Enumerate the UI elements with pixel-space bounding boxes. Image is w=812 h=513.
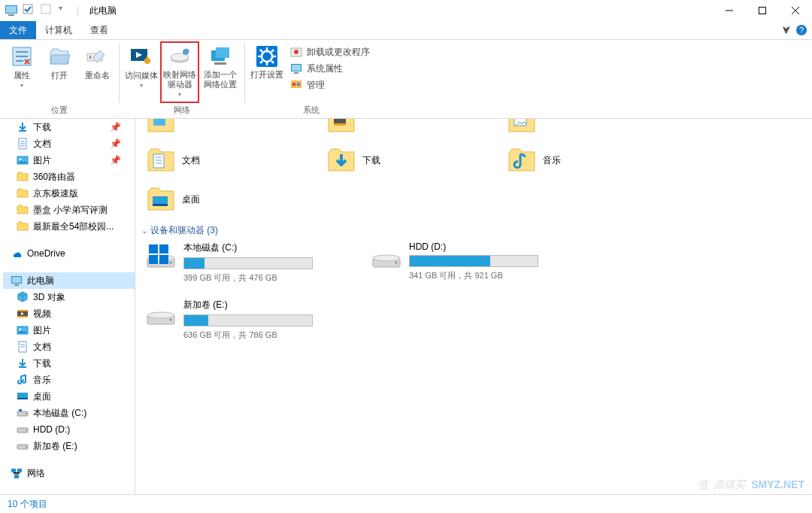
nav-desktop[interactable]: 桌面 [3, 388, 135, 405]
ribbon-tabs: 文件 计算机 查看 ⮟ ? [0, 21, 812, 40]
svg-rect-40 [297, 83, 300, 86]
nav-downloads[interactable]: 下载 [3, 355, 135, 372]
tab-file[interactable]: 文件 [0, 21, 36, 39]
expand-ribbon-icon[interactable]: ⮟ [782, 25, 791, 35]
svg-point-65 [26, 413, 27, 414]
drive-icon [146, 241, 176, 272]
chevron-down-icon: ⌄ [141, 226, 147, 235]
maximize-button[interactable] [746, 0, 779, 21]
nav-label: 360路由器 [33, 171, 75, 184]
drive-item[interactable]: HDD (D:)341 GB 可用，共 921 GB [371, 241, 582, 284]
help-icon[interactable]: ? [795, 24, 807, 36]
svg-rect-13 [89, 56, 91, 59]
folder-music[interactable]: 音乐 [507, 143, 672, 178]
nav-this-pc[interactable]: 此电脑 [3, 272, 135, 289]
minimize-button[interactable] [713, 0, 746, 21]
nav-music[interactable]: 音乐 [3, 372, 135, 388]
svg-rect-78 [153, 154, 164, 168]
drive-item[interactable]: 新加卷 (E:)636 GB 可用，共 786 GB [146, 299, 356, 341]
nav-hdd-d[interactable]: HDD (D:) [3, 421, 135, 438]
down-arrow-icon [17, 121, 29, 133]
nav-360router[interactable]: 360路由器 [3, 168, 135, 185]
open-button[interactable]: 打开 [41, 41, 78, 83]
svg-rect-39 [292, 83, 295, 86]
drive-item[interactable]: 本地磁盘 (C:)399 GB 可用，共 476 GB [146, 241, 356, 284]
nav-label: 文档 [33, 341, 51, 354]
svg-rect-62 [17, 398, 28, 399]
open-icon [47, 44, 71, 68]
system-properties-button[interactable]: 系统属性 [290, 61, 370, 76]
qat-checkbox-icon[interactable] [23, 4, 36, 17]
nav-label: 下载 [33, 121, 51, 134]
access-media-button[interactable]: 访问媒体 ▾ [123, 41, 160, 94]
downloads-folder-icon [326, 145, 356, 175]
navigation-pane[interactable]: 下载 📌 文档 📌 图片 📌 360路由器 京东极速版 [0, 119, 135, 494]
objects3d-icon [17, 291, 29, 303]
qat-blank-icon[interactable] [41, 4, 54, 17]
open-label: 打开 [51, 70, 68, 80]
add-network-location-label: 添加一个网络位置 [201, 70, 240, 90]
folder-downloads[interactable]: 下载 [326, 143, 492, 178]
svg-point-92 [373, 255, 400, 261]
settings-icon [255, 44, 279, 68]
nav-videos[interactable]: 视频 [3, 305, 135, 322]
svg-rect-90 [159, 255, 168, 264]
desktop-icon [17, 390, 29, 402]
nav-label: 图片 [33, 154, 51, 167]
map-network-drive-button[interactable]: 映射网络驱动器 ▾ [160, 41, 199, 103]
nav-new-e[interactable]: 新加卷 (E:) [3, 438, 135, 454]
folder-tile-cut-3[interactable] [507, 119, 672, 138]
nav-onedrive[interactable]: OneDrive [3, 245, 135, 262]
manage-button[interactable]: 管理 [290, 77, 370, 93]
svg-rect-52 [17, 310, 28, 311]
qat-dropdown-icon[interactable]: ▾ [59, 4, 72, 17]
nav-label: 此电脑 [27, 275, 54, 287]
nav-label: 音乐 [33, 374, 51, 387]
rename-button[interactable]: 重命名 [78, 41, 116, 83]
nav-mohe[interactable]: 墨盒 小学弟写评测 [3, 202, 135, 218]
nav-downloads-qa[interactable]: 下载 📌 [3, 119, 135, 135]
properties-icon [10, 44, 34, 68]
nav-network[interactable]: 网络 [3, 465, 135, 481]
nav-label: 图片 [33, 324, 51, 337]
svg-rect-89 [149, 255, 158, 264]
ribbon-group-location: 属性 ▾ 打开 重命名 位置 [0, 40, 119, 118]
tab-computer[interactable]: 计算机 [36, 21, 81, 39]
nav-documents-qa[interactable]: 文档 📌 [3, 135, 135, 152]
folder-tile-cut-2[interactable] [326, 119, 492, 138]
nav-label: 墨盒 小学弟写评测 [33, 204, 108, 217]
uninstall-button[interactable]: 卸载或更改程序 [290, 44, 370, 59]
svg-rect-21 [216, 47, 229, 58]
nav-label: 最新最全54部校园... [33, 220, 114, 233]
add-network-location-icon [208, 44, 232, 68]
properties-button[interactable]: 属性 ▾ [3, 41, 41, 94]
close-button[interactable] [779, 0, 812, 21]
add-network-location-button[interactable]: 添加一个网络位置 [199, 41, 241, 93]
open-settings-button[interactable]: 打开设置 [248, 41, 286, 83]
document-icon [17, 341, 29, 353]
folder-documents[interactable]: 文档 [146, 143, 311, 178]
svg-rect-53 [17, 316, 28, 317]
svg-rect-64 [19, 409, 22, 411]
svg-rect-37 [294, 72, 298, 74]
access-media-label: 访问媒体 [125, 70, 158, 80]
map-network-drive-icon [168, 44, 192, 68]
nav-documents[interactable]: 文档 [3, 338, 135, 355]
nav-label: HDD (D:) [33, 424, 70, 435]
nav-pictures-qa[interactable]: 图片 📌 [3, 152, 135, 168]
nav-newest54[interactable]: 最新最全54部校园... [3, 218, 135, 235]
svg-rect-70 [11, 469, 16, 472]
document-icon [17, 138, 29, 150]
nav-local-c[interactable]: 本地磁盘 (C:) [3, 405, 135, 421]
content-area[interactable]: 文档 下载 音乐 桌面 ⌄ 设 [135, 119, 812, 494]
ribbon-group-network: 访问媒体 ▾ 映射网络驱动器 ▾ 添加一个网络位置 网络 [120, 40, 244, 118]
drives-section-header[interactable]: ⌄ 设备和驱动器 (3) [141, 224, 806, 237]
nav-jdexpress[interactable]: 京东极速版 [3, 185, 135, 202]
folder-tile-cut-1[interactable] [146, 119, 311, 138]
nav-pictures[interactable]: 图片 [3, 322, 135, 338]
pin-icon: 📌 [110, 138, 121, 149]
folder-desktop[interactable]: 桌面 [146, 182, 311, 217]
tab-view[interactable]: 查看 [81, 21, 117, 39]
system-properties-icon [290, 62, 302, 74]
nav-3d-objects[interactable]: 3D 对象 [3, 289, 135, 305]
